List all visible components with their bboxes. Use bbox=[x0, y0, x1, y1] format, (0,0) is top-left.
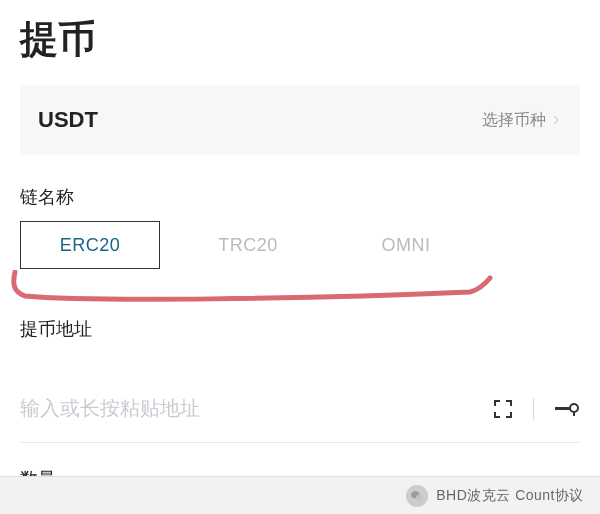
watermark-text: BHD波克云 Count协议 bbox=[436, 487, 584, 505]
scan-icon[interactable] bbox=[491, 397, 515, 421]
coin-code: USDT bbox=[38, 107, 98, 133]
icon-divider bbox=[533, 398, 534, 420]
svg-point-1 bbox=[570, 404, 578, 412]
address-section-label: 提币地址 bbox=[0, 269, 600, 353]
coin-selector-row[interactable]: USDT 选择币种 bbox=[20, 85, 580, 155]
wechat-icon bbox=[406, 485, 428, 507]
chain-tab-omni[interactable]: OMNI bbox=[336, 221, 476, 269]
chain-tabs: ERC20 TRC20 OMNI bbox=[0, 221, 600, 269]
select-coin-hint: 选择币种 bbox=[482, 110, 562, 131]
page-title: 提币 bbox=[0, 0, 600, 75]
svg-rect-0 bbox=[555, 407, 570, 410]
svg-point-3 bbox=[416, 494, 423, 500]
watermark-bar: BHD波克云 Count协议 bbox=[0, 476, 600, 514]
chain-section-label: 链名称 bbox=[0, 155, 600, 221]
address-input-row bbox=[20, 393, 580, 443]
address-book-icon[interactable] bbox=[552, 397, 580, 421]
withdraw-address-input[interactable] bbox=[20, 393, 491, 424]
select-coin-label: 选择币种 bbox=[482, 110, 546, 131]
chain-tab-erc20[interactable]: ERC20 bbox=[20, 221, 160, 269]
chevron-right-icon bbox=[550, 113, 562, 127]
chain-tab-trc20[interactable]: TRC20 bbox=[178, 221, 318, 269]
